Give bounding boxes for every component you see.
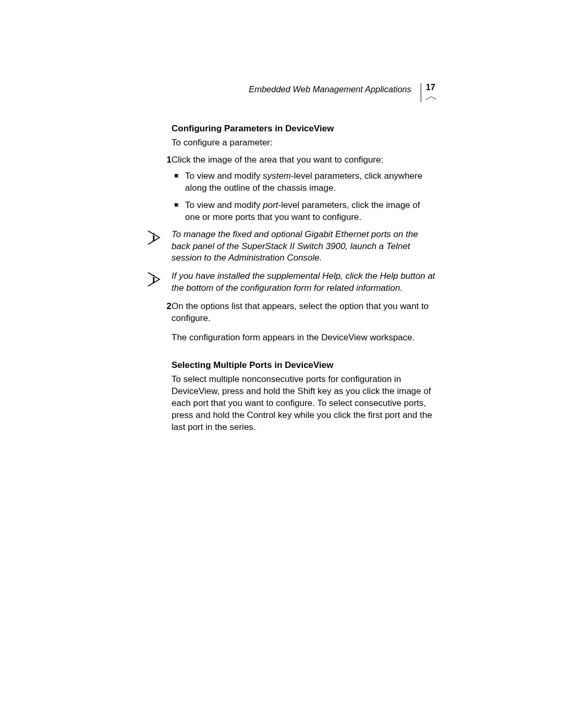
svg-point-5 (434, 97, 435, 98)
dots-icon (425, 95, 436, 100)
svg-point-0 (426, 99, 427, 100)
info-note-text: To manage the fixed and optional Gigabit… (172, 229, 436, 265)
svg-point-1 (427, 98, 429, 99)
bullet-list: To view and modify system-level paramete… (172, 170, 436, 224)
content-column: Configuring Parameters in DeviceView To … (172, 123, 436, 439)
step-2-text: On the options list that appears, select… (172, 301, 436, 325)
step-2: 2 On the options list that appears, sele… (172, 301, 436, 344)
section-heading-configuring: Configuring Parameters in DeviceView (172, 123, 436, 135)
bullet-em-port: port (263, 200, 278, 210)
step-1: 1 Click the image of the area that you w… (172, 154, 436, 166)
step-body: Click the image of the area that you wan… (172, 154, 436, 166)
info-icon: i (147, 229, 172, 249)
intro-paragraph: To configure a parameter: (172, 137, 436, 149)
document-page: Embedded Web Management Applications 17 … (0, 0, 563, 728)
bullet-em-system: system (263, 171, 291, 181)
info-note-2: i If you have installed the supplemental… (172, 270, 436, 294)
page-number-block: 17 (421, 83, 436, 102)
step-body: On the options list that appears, select… (172, 301, 436, 344)
info-note-1: i To manage the fixed and optional Gigab… (172, 229, 436, 265)
info-note-text: If you have installed the supplemental H… (172, 270, 436, 294)
page-number: 17 (426, 83, 435, 92)
bullet-text-pre: To view and modify (185, 171, 263, 181)
svg-point-2 (429, 97, 430, 98)
step-2-follow: The configuration form appears in the De… (172, 332, 436, 344)
selecting-paragraph: To select multiple nonconsecutive ports … (172, 374, 436, 434)
svg-point-6 (435, 98, 436, 100)
info-icon: i (147, 270, 172, 291)
step-number: 2 (159, 301, 172, 313)
running-title: Embedded Web Management Applications (249, 83, 411, 95)
page-header: Embedded Web Management Applications 17 (249, 83, 436, 102)
section-heading-selecting: Selecting Multiple Ports in DeviceView (172, 360, 436, 372)
bullet-item-system: To view and modify system-level paramete… (173, 170, 436, 194)
svg-point-4 (432, 97, 433, 98)
step-number: 1 (159, 154, 172, 166)
svg-text:i: i (152, 231, 155, 243)
bullet-text-pre: To view and modify (185, 200, 263, 210)
svg-text:i: i (152, 273, 155, 285)
svg-point-3 (431, 96, 432, 97)
bullet-item-port: To view and modify port-level parameters… (173, 200, 436, 224)
